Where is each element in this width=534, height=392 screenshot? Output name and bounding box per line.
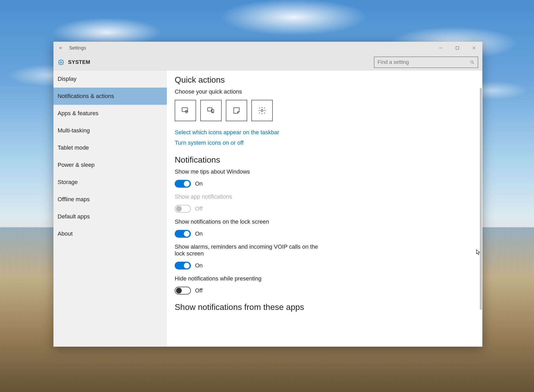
window-title: Settings xyxy=(69,45,86,51)
sidebar-item-label: Storage xyxy=(58,179,78,186)
system-icons-link[interactable]: Turn system icons on or off xyxy=(175,139,475,146)
note-icon xyxy=(232,106,241,115)
toggle-label: Hide notifications while presenting xyxy=(175,275,321,282)
svg-point-11 xyxy=(261,109,263,112)
svg-point-4 xyxy=(471,61,473,63)
toggle-tips: Show me tips about Windows On xyxy=(175,168,321,188)
svg-point-2 xyxy=(60,61,62,63)
sidebar-item-defaultapps[interactable]: Default apps xyxy=(53,208,167,225)
back-button[interactable] xyxy=(56,42,66,53)
quick-action-tiles xyxy=(175,100,475,121)
scrollbar[interactable] xyxy=(479,70,482,347)
quick-action-connect[interactable] xyxy=(200,100,222,121)
search-input[interactable] xyxy=(378,59,470,65)
sidebar-item-multitasking[interactable]: Multi-tasking xyxy=(53,122,167,139)
apps-section-title: Show notifications from these apps xyxy=(175,302,475,312)
settings-icon xyxy=(258,107,266,114)
toggle-label: Show me tips about Windows xyxy=(175,168,321,175)
quick-action-tablet-mode[interactable] xyxy=(175,100,196,121)
svg-rect-10 xyxy=(212,112,213,112)
settings-window: Settings SYSTEM xyxy=(53,42,482,347)
quick-action-note[interactable] xyxy=(226,100,247,121)
scrollbar-thumb[interactable] xyxy=(480,88,482,310)
tablet-mode-icon xyxy=(181,106,190,115)
toggle-state: Off xyxy=(195,287,203,294)
toggle-label: Show notifications on the lock screen xyxy=(175,218,321,225)
toggle-switch-lockscreen[interactable] xyxy=(175,230,191,238)
toggle-state: Off xyxy=(195,205,203,212)
taskbar-icons-link[interactable]: Select which icons appear on the taskbar xyxy=(175,129,475,136)
body: Display Notifications & actions Apps & f… xyxy=(53,70,482,347)
search-box[interactable] xyxy=(374,57,478,68)
sidebar-item-label: Apps & features xyxy=(58,110,99,117)
sidebar: Display Notifications & actions Apps & f… xyxy=(53,70,167,347)
sidebar-item-label: Tablet mode xyxy=(58,144,89,151)
notifications-title: Notifications xyxy=(175,155,475,165)
sidebar-item-label: Multi-tasking xyxy=(58,127,90,134)
content-pane[interactable]: Quick actions Choose your quick actions xyxy=(167,70,482,347)
window-controls xyxy=(432,42,482,54)
sidebar-item-label: Notifications & actions xyxy=(58,93,114,100)
quick-action-settings[interactable] xyxy=(251,100,273,121)
svg-rect-1 xyxy=(456,47,459,50)
toggle-lockscreen: Show notifications on the lock screen On xyxy=(175,218,321,238)
quick-actions-subtitle: Choose your quick actions xyxy=(175,88,475,95)
sidebar-item-about[interactable]: About xyxy=(53,225,167,242)
toggle-label: Show app notifications xyxy=(175,193,321,200)
minimize-button[interactable] xyxy=(432,42,449,54)
toggle-app-notifications: Show app notifications Off xyxy=(175,193,321,213)
search-icon xyxy=(470,60,475,65)
sidebar-item-storage[interactable]: Storage xyxy=(53,174,167,191)
sidebar-item-apps[interactable]: Apps & features xyxy=(53,105,167,122)
toggle-state: On xyxy=(195,180,203,187)
svg-rect-6 xyxy=(182,108,187,112)
sidebar-item-notifications[interactable]: Notifications & actions xyxy=(53,88,167,105)
toggle-switch-presenting[interactable] xyxy=(175,287,191,295)
sidebar-item-label: Offline maps xyxy=(58,196,90,203)
toggle-switch-alarms-voip[interactable] xyxy=(175,262,191,270)
connect-icon xyxy=(207,106,215,115)
gear-icon xyxy=(58,59,64,66)
sidebar-item-label: Default apps xyxy=(58,213,90,220)
toggle-presenting: Hide notifications while presenting Off xyxy=(175,275,321,295)
sidebar-item-label: Display xyxy=(58,76,76,82)
close-button[interactable] xyxy=(466,42,482,54)
toggle-state: On xyxy=(195,230,203,237)
header: SYSTEM xyxy=(53,54,482,70)
svg-point-3 xyxy=(59,60,63,64)
quick-actions-title: Quick actions xyxy=(175,75,475,85)
toggle-switch-app-notifications xyxy=(175,205,191,213)
toggle-state: On xyxy=(195,262,203,269)
header-title: SYSTEM xyxy=(68,59,90,65)
sidebar-item-power[interactable]: Power & sleep xyxy=(53,156,167,174)
toggle-label: Show alarms, reminders and incoming VOIP… xyxy=(175,243,321,257)
sidebar-item-display[interactable]: Display xyxy=(53,70,167,88)
maximize-button[interactable] xyxy=(449,42,466,54)
sidebar-item-label: About xyxy=(58,230,73,237)
toggle-alarms-voip: Show alarms, reminders and incoming VOIP… xyxy=(175,243,321,270)
sidebar-item-tablet[interactable]: Tablet mode xyxy=(53,139,167,156)
sidebar-item-label: Power & sleep xyxy=(58,162,95,168)
titlebar: Settings xyxy=(53,42,482,54)
sidebar-item-maps[interactable]: Offline maps xyxy=(53,191,167,208)
svg-line-5 xyxy=(473,63,474,64)
toggle-switch-tips[interactable] xyxy=(175,180,191,188)
